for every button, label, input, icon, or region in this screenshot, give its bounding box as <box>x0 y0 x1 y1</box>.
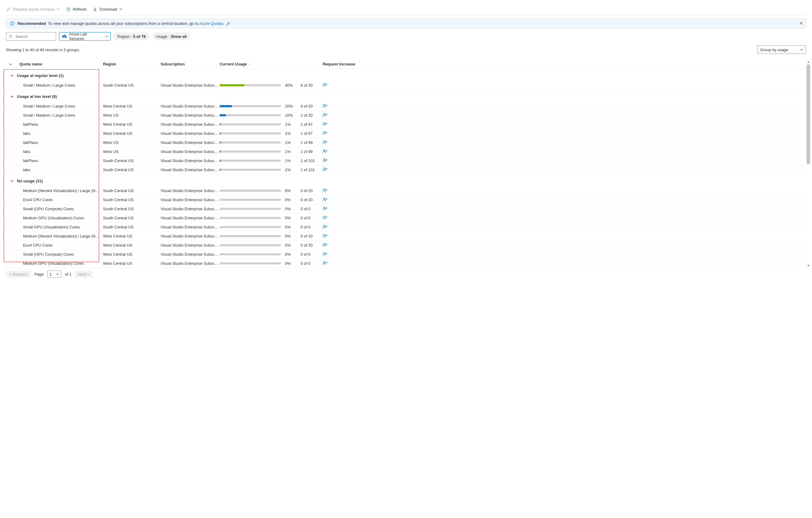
usage-bar <box>220 199 281 201</box>
usage-bar <box>220 84 281 86</box>
group-header[interactable]: Usage at regular level (1) <box>6 69 806 81</box>
request-increase-cell <box>320 104 806 109</box>
table-row[interactable]: labPlansWest Central USVisual Studio Ent… <box>6 120 806 129</box>
usage-bar <box>220 208 281 210</box>
subscription-cell: Visual Studio Enterprise Subscri… <box>161 140 220 145</box>
group-by-dropdown[interactable]: Group by usage <box>757 46 806 54</box>
group-header[interactable]: Usage at low level (8) <box>6 90 806 102</box>
svg-point-13 <box>323 189 325 191</box>
subscription-cell: Visual Studio Enterprise Subscri… <box>161 168 220 172</box>
usage-filter-pill[interactable]: Usage : Show all <box>152 32 191 40</box>
request-increase-icon[interactable] <box>323 261 328 265</box>
request-increase-icon[interactable] <box>323 252 328 256</box>
group-header[interactable]: No usage (31) <box>6 174 806 186</box>
group-title: No usage (31) <box>17 179 43 183</box>
download-icon <box>93 7 97 11</box>
table-row[interactable]: Medium (Nested Virtualization) / Large (… <box>6 186 806 195</box>
request-increase-icon[interactable] <box>323 113 328 117</box>
azure-quotas-link[interactable]: Azure Quotas. <box>199 21 225 26</box>
refresh-icon <box>66 7 70 11</box>
request-increase-cell <box>320 215 806 221</box>
quota-name-cell: Medium (Nested Virtualization) / Large (… <box>6 234 103 238</box>
usage-bar <box>220 114 281 116</box>
usage-cell: 0%0 of 0 <box>220 225 320 229</box>
provider-dropdown[interactable]: Azure Lab Services <box>59 32 111 40</box>
request-increase-icon[interactable] <box>323 188 328 193</box>
next-page-button[interactable]: Next > <box>75 271 93 278</box>
table-row[interactable]: Small / Medium / Large CoresWest Central… <box>6 102 806 111</box>
quota-name-cell: Small GPU (Visualization) Cores <box>6 225 103 229</box>
download-button[interactable]: Download <box>93 7 122 11</box>
table-row[interactable]: labsWest USVisual Studio Enterprise Subs… <box>6 147 806 156</box>
region-cell: West Central US <box>103 252 161 257</box>
records-count: Showing 1 to 40 of 40 records in 3 group… <box>6 48 80 52</box>
usage-bar <box>220 253 281 255</box>
table-row[interactable]: Medium GPU (Visualization) CoresSouth Ce… <box>6 213 806 223</box>
svg-point-9 <box>323 141 325 142</box>
col-current-usage[interactable]: Current Usage ↓ <box>220 62 320 66</box>
filter-row: Azure Lab Services Region : 5 of 79 Usag… <box>6 32 806 40</box>
region-cell: South Central US <box>103 225 161 229</box>
usage-bar <box>220 169 281 171</box>
region-cell: West US <box>103 140 161 145</box>
table-row[interactable]: labPlansWest USVisual Studio Enterprise … <box>6 138 806 147</box>
table-row[interactable]: Small (GPU Compute) CoresWest Central US… <box>6 250 806 259</box>
col-region[interactable]: Region <box>103 62 161 66</box>
usage-count: 0 of 0 <box>299 261 320 266</box>
usage-percent: 1% <box>285 122 294 126</box>
search-icon <box>9 34 12 38</box>
recommended-label: Recommended <box>18 21 46 26</box>
request-increase-icon[interactable] <box>323 206 328 211</box>
previous-page-button[interactable]: < Previous <box>6 271 31 278</box>
region-filter-pill[interactable]: Region : 5 of 79 <box>114 32 149 40</box>
table-row[interactable]: labsSouth Central USVisual Studio Enterp… <box>6 165 806 174</box>
request-increase-cell <box>320 131 806 136</box>
usage-percent: 1% <box>285 140 294 145</box>
usage-bar <box>220 217 281 219</box>
request-increase-icon[interactable] <box>323 225 328 229</box>
table-row[interactable]: labsWest Central USVisual Studio Enterpr… <box>6 129 806 138</box>
vertical-scrollbar[interactable]: ▲ ▼ <box>807 59 810 268</box>
request-increase-icon[interactable] <box>323 122 328 126</box>
search-input[interactable] <box>6 32 56 40</box>
region-cell: West Central US <box>103 104 161 109</box>
usage-count: 8 of 20 <box>299 83 320 88</box>
col-quota-name[interactable]: Quota name <box>6 62 103 66</box>
request-increase-icon[interactable] <box>323 104 328 108</box>
request-increase-icon[interactable] <box>323 234 328 238</box>
usage-bar <box>220 226 281 228</box>
request-increase-icon[interactable] <box>323 242 328 247</box>
page-number-dropdown[interactable]: 1 <box>47 270 61 278</box>
request-increase-icon[interactable] <box>323 131 328 136</box>
col-request-increase[interactable]: Request Increase <box>320 62 806 66</box>
request-increase-icon[interactable] <box>323 167 328 172</box>
request-increase-icon[interactable] <box>323 83 328 87</box>
table-row[interactable]: Small / Medium / Large CoresSouth Centra… <box>6 81 806 90</box>
request-increase-icon[interactable] <box>323 215 328 220</box>
scrollbar-thumb[interactable] <box>807 64 810 164</box>
table-row[interactable]: Medium (Nested Virtualization) / Large (… <box>6 232 806 241</box>
table-row[interactable]: Esv4 CPU CoresWest Central USVisual Stud… <box>6 241 806 250</box>
chevron-down-icon <box>9 95 14 98</box>
table-row[interactable]: Esv4 CPU CoresSouth Central USVisual Stu… <box>6 195 806 204</box>
request-increase-icon[interactable] <box>323 149 328 153</box>
request-quota-increase-button[interactable]: Request quota increase <box>6 7 60 11</box>
table-row[interactable]: Medium GPU (Visualization) CoresWest Cen… <box>6 259 806 268</box>
table-row[interactable]: Small GPU (Visualization) CoresSouth Cen… <box>6 223 806 232</box>
request-increase-cell <box>320 113 806 118</box>
table-row[interactable]: Small / Medium / Large CoresWest USVisua… <box>6 111 806 120</box>
close-banner-button[interactable]: ✕ <box>799 21 803 26</box>
search-field[interactable] <box>15 34 53 39</box>
svg-point-21 <box>323 261 325 263</box>
usage-count: 1 of 101 <box>299 159 320 163</box>
quota-name-cell: Small / Medium / Large Cores <box>6 104 103 109</box>
table-row[interactable]: labPlansSouth Central USVisual Studio En… <box>6 156 806 165</box>
request-increase-icon[interactable] <box>323 158 328 163</box>
refresh-button[interactable]: Refresh <box>66 7 87 11</box>
request-increase-icon[interactable] <box>323 140 328 144</box>
request-increase-icon[interactable] <box>323 197 328 202</box>
col-subscription[interactable]: Subscription <box>161 62 220 66</box>
table-row[interactable]: Small (GPU Compute) CoresSouth Central U… <box>6 204 806 213</box>
usage-bar <box>220 244 281 246</box>
request-increase-cell <box>320 158 806 164</box>
